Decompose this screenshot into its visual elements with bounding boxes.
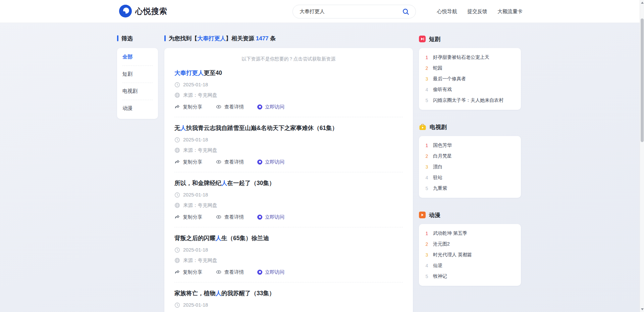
results-column: 为您找到【大奉打更人】相关资源 1477 条 以下资源不是你想要的？点击尝试获取… — [164, 35, 413, 312]
globe-icon — [174, 203, 180, 208]
copy-share-button[interactable]: 复制分享 — [174, 159, 202, 165]
ranking-item[interactable]: 5九重紫 — [425, 183, 515, 194]
rank-number: 3 — [425, 164, 429, 170]
ranking-item-title: 牧神记 — [433, 273, 447, 279]
ranking-item-title: 沧元图2 — [433, 241, 450, 247]
copy-share-button[interactable]: 复制分享 — [174, 269, 202, 275]
visit-now-button[interactable]: 立即访问 — [257, 104, 284, 110]
ranking-item[interactable]: 4驻站 — [425, 172, 515, 183]
visit-now-button[interactable]: 立即访问 — [257, 159, 284, 165]
share-icon — [174, 159, 180, 165]
ranking-item[interactable]: 1武动乾坤 第五季 — [425, 228, 515, 239]
rank-number: 2 — [425, 241, 429, 247]
filter-column: 筛选 全部短剧电视剧动漫 — [117, 35, 158, 119]
ranking-item[interactable]: 2沧元图2 — [425, 239, 515, 250]
clock-icon — [174, 82, 180, 88]
nav-link-site-nav[interactable]: 心悦导航 — [437, 8, 457, 15]
logo[interactable]: 心悦搜索 — [119, 5, 167, 17]
scrollbar[interactable] — [640, 0, 644, 312]
section-bar-icon — [164, 35, 166, 41]
search-input[interactable] — [300, 9, 401, 14]
clock-icon — [174, 192, 180, 198]
ranking-item[interactable]: 5牧神记 — [425, 271, 515, 282]
view-detail-button[interactable]: 查看详情 — [216, 269, 244, 275]
section-bar-icon — [117, 35, 118, 41]
result-item: 无人扶我青云志我自踏雪至山巅&名动天下之家事难休（61集）2025-01-18来… — [174, 117, 403, 172]
ranking-item[interactable]: 1好孕甜妻被钻石老公宠上天 — [425, 52, 515, 63]
rank-number: 3 — [425, 252, 429, 258]
ranking-item[interactable]: 5闪婚京圈太子爷：夫人她来自农村 — [425, 95, 515, 106]
nav-link-data-card[interactable]: 大额流量卡 — [497, 8, 523, 15]
rank-number: 4 — [425, 87, 429, 92]
ranking-item[interactable]: 3漂白 — [425, 162, 515, 172]
clock-icon — [174, 247, 180, 253]
results-header: 为您找到【大奉打更人】相关资源 1477 条 — [164, 35, 413, 42]
result-title[interactable]: 大奉打更人更至40 — [174, 69, 403, 77]
result-date-row: 2025-01-18 — [174, 302, 403, 308]
visit-icon — [257, 215, 262, 220]
result-actions: 复制分享查看详情立即访问 — [174, 214, 403, 220]
clock-icon — [174, 302, 180, 308]
ranking-item[interactable]: 4仙逆 — [425, 260, 515, 271]
ranking-item[interactable]: 1国色芳华 — [425, 140, 515, 151]
tv-yellow-icon — [419, 124, 426, 131]
copy-share-button[interactable]: 复制分享 — [174, 104, 202, 110]
play-red-icon — [419, 36, 426, 42]
filter-item-全部[interactable]: 全部 — [122, 49, 153, 66]
result-source-row: 来源：夸克网盘 — [174, 202, 403, 208]
result-actions: 复制分享查看详情立即访问 — [174, 103, 403, 110]
eye-icon — [216, 269, 222, 275]
logo-text: 心悦搜索 — [135, 6, 167, 16]
ranking-card: 1武动乾坤 第五季2沧元图23时光代理人 英都篇4仙逆5牧神记 — [419, 224, 521, 286]
ranking-item[interactable]: 4偷听有戏 — [425, 84, 515, 95]
ranking-item-title: 偷听有戏 — [433, 87, 452, 93]
result-title[interactable]: 所以，和金牌经纪人在一起了（30集） — [174, 179, 403, 187]
ranking-item[interactable]: 3时光代理人 英都篇 — [425, 250, 515, 260]
ranking-item[interactable]: 3最后一个修真者 — [425, 74, 515, 84]
ranking-item-title: 武动乾坤 第五季 — [433, 230, 467, 236]
ranking-header: 动漫 — [419, 211, 521, 219]
result-item: 家族将亡，植物人的我苏醒了（33集）2025-01-18来源：夸克网盘复制分享查… — [174, 282, 403, 312]
copy-share-button[interactable]: 复制分享 — [174, 214, 202, 220]
filter-item-电视剧[interactable]: 电视剧 — [122, 83, 153, 100]
scroll-up-icon[interactable] — [641, 2, 644, 4]
filter-item-短剧[interactable]: 短剧 — [122, 66, 153, 83]
visit-now-button[interactable]: 立即访问 — [257, 214, 284, 220]
ranking-item-title: 最后一个修真者 — [433, 76, 466, 82]
rank-number: 5 — [425, 98, 429, 103]
search-box — [292, 5, 416, 18]
logo-icon — [119, 5, 132, 17]
result-title[interactable]: 无人扶我青云志我自踏雪至山巅&名动天下之家事难休（61集） — [174, 124, 403, 132]
search-icon — [402, 8, 410, 15]
result-date: 2025-01-18 — [183, 192, 208, 197]
globe-icon — [174, 92, 180, 98]
result-title[interactable]: 家族将亡，植物人的我苏醒了（33集） — [174, 289, 403, 297]
ranking-item[interactable]: 2白月梵星 — [425, 151, 515, 162]
scroll-down-icon[interactable] — [641, 308, 644, 310]
visit-now-button[interactable]: 立即访问 — [257, 269, 284, 275]
scrollbar-thumb[interactable] — [641, 18, 644, 142]
globe-icon — [174, 258, 180, 263]
view-detail-button[interactable]: 查看详情 — [216, 104, 244, 110]
ranking-item-title: 好孕甜妻被钻石老公宠上天 — [433, 54, 489, 60]
result-date: 2025-01-18 — [183, 82, 208, 87]
result-source: 来源：夸克网盘 — [183, 92, 217, 98]
refresh-notice[interactable]: 以下资源不是你想要的？点击尝试获取新资源 — [174, 56, 403, 62]
result-source-row: 来源：夸克网盘 — [174, 257, 403, 263]
result-date-row: 2025-01-18 — [174, 192, 403, 198]
result-list: 大奉打更人更至402025-01-18来源：夸克网盘复制分享查看详情立即访问无人… — [174, 62, 403, 312]
rank-number: 5 — [425, 186, 429, 191]
ranking-item[interactable]: 2蛇园 — [425, 63, 515, 74]
search-button[interactable] — [401, 7, 411, 17]
nav-link-feedback[interactable]: 提交反馈 — [467, 8, 487, 15]
ranking-title: 电视剧 — [430, 123, 447, 131]
rankings-column: 短剧1好孕甜妻被钻石老公宠上天2蛇园3最后一个修真者4偷听有戏5闪婚京圈太子爷：… — [419, 35, 521, 299]
visit-icon — [257, 160, 262, 165]
view-detail-button[interactable]: 查看详情 — [216, 159, 244, 165]
filter-item-动漫[interactable]: 动漫 — [122, 100, 153, 117]
ranking-item-title: 白月梵星 — [433, 153, 452, 159]
play-orange-icon — [419, 212, 426, 218]
result-title[interactable]: 背叛之后的闪耀人生（65集）徐兰迪 — [174, 234, 403, 242]
view-detail-button[interactable]: 查看详情 — [216, 214, 244, 220]
ranking-card: 1好孕甜妻被钻石老公宠上天2蛇园3最后一个修真者4偷听有戏5闪婚京圈太子爷：夫人… — [419, 48, 521, 110]
